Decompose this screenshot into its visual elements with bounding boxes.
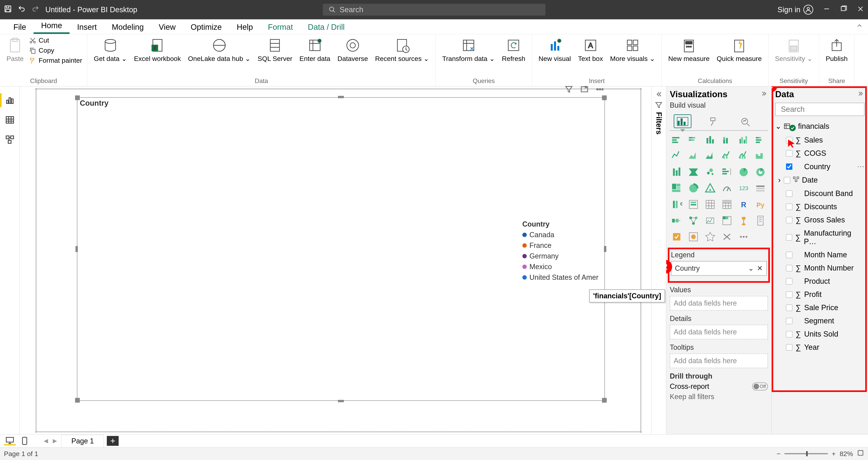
text-box-button[interactable]: AText box: [577, 36, 604, 63]
cross-report-toggle[interactable]: Off: [752, 382, 768, 391]
publish-button[interactable]: Publish: [824, 36, 849, 63]
new-visual-button[interactable]: +New visual: [537, 36, 572, 63]
viz-type-26[interactable]: [703, 198, 717, 211]
field-product[interactable]: Product: [775, 275, 864, 288]
viz-type-17[interactable]: [753, 165, 767, 179]
search-box[interactable]: Search: [323, 4, 546, 16]
viz-type-13[interactable]: [686, 165, 700, 179]
viz-type-32[interactable]: [703, 214, 717, 228]
viz-type-19[interactable]: [686, 181, 700, 195]
viz-type-6[interactable]: [670, 149, 684, 163]
resize-handle[interactable]: [75, 398, 80, 403]
onelake-button[interactable]: OneLake data hub ⌄: [186, 36, 252, 63]
viz-type-22[interactable]: 123: [737, 181, 750, 195]
desktop-layout-button[interactable]: [4, 436, 16, 445]
field-checkbox[interactable]: [786, 191, 792, 197]
viz-type-5[interactable]: [753, 133, 767, 147]
visual-more-icon[interactable]: [596, 85, 604, 95]
resize-handle[interactable]: [338, 400, 344, 402]
refresh-button[interactable]: Refresh: [500, 36, 527, 63]
prev-page-icon[interactable]: ◄: [42, 437, 50, 445]
viz-type-29[interactable]: Py: [753, 198, 767, 211]
sign-in-button[interactable]: Sign in: [778, 5, 813, 15]
copy-button[interactable]: Copy: [29, 47, 82, 54]
table-view-button[interactable]: [0, 110, 20, 130]
field-checkbox[interactable]: [786, 278, 792, 285]
details-well[interactable]: Add data fields here: [670, 325, 768, 339]
field-more-icon[interactable]: ⋯: [857, 162, 864, 171]
viz-type-14[interactable]: [703, 165, 717, 179]
new-measure-button[interactable]: New measure: [666, 36, 711, 63]
resize-handle[interactable]: [602, 398, 607, 403]
viz-type-20[interactable]: ▲: [703, 181, 717, 195]
field-checkbox[interactable]: [786, 331, 792, 337]
filters-icon[interactable]: [655, 101, 663, 111]
field-gross-sales[interactable]: ∑Gross Sales: [775, 213, 864, 227]
field-units-sold[interactable]: ∑Units Sold: [775, 327, 864, 341]
tab-help[interactable]: Help: [229, 19, 260, 34]
chevron-down-icon[interactable]: ⌄: [775, 122, 781, 131]
undo-icon[interactable]: [18, 5, 26, 15]
viz-type-21[interactable]: [720, 181, 734, 195]
viz-type-18[interactable]: [670, 181, 684, 195]
field-checkbox[interactable]: [786, 164, 792, 170]
minimize-icon[interactable]: [823, 5, 830, 14]
zoom-out-icon[interactable]: −: [777, 450, 780, 458]
viz-type-30[interactable]: [670, 214, 684, 228]
viz-type-3[interactable]: [720, 133, 734, 147]
viz-type-12[interactable]: [670, 165, 684, 179]
close-icon[interactable]: [857, 5, 864, 14]
transform-data-button[interactable]: Transform data ⌄: [441, 36, 496, 63]
field-manufacturing-p-[interactable]: ∑Manufacturing P…: [775, 227, 864, 248]
viz-type-0[interactable]: [670, 133, 684, 147]
ribbon-collapse-icon[interactable]: [851, 19, 868, 34]
quick-measure-button[interactable]: Quick measure: [715, 36, 763, 63]
analytics-tab[interactable]: [737, 114, 754, 128]
paste-button[interactable]: Paste: [5, 36, 25, 63]
field-month-number[interactable]: ∑Month Number: [775, 261, 864, 275]
cut-button[interactable]: Cut: [29, 36, 82, 44]
data-search-input[interactable]: [781, 105, 868, 114]
pane-expand-icon[interactable]: [857, 89, 864, 99]
viz-type-35[interactable]: [753, 214, 767, 228]
viz-type-34[interactable]: [737, 214, 750, 228]
excel-button[interactable]: XExcel workbook: [132, 36, 183, 63]
tab-file[interactable]: File: [6, 19, 33, 34]
viz-type-36[interactable]: [670, 230, 684, 244]
field-segment[interactable]: Segment: [775, 314, 864, 327]
legend-field[interactable]: Country ⌄ ✕: [671, 261, 767, 276]
viz-type-40[interactable]: [737, 230, 750, 244]
dataverse-button[interactable]: Dataverse: [336, 36, 370, 63]
viz-type-37[interactable]: [686, 230, 700, 244]
viz-type-9[interactable]: [720, 149, 734, 163]
field-checkbox[interactable]: [786, 344, 792, 351]
table-financials[interactable]: ⌄ financials: [775, 119, 864, 134]
filters-expand-icon[interactable]: [655, 90, 663, 100]
tab-modeling[interactable]: Modeling: [104, 19, 151, 34]
visual-container[interactable]: Country Country CanadaFranceGermanyMexic…: [77, 97, 605, 401]
viz-type-25[interactable]: [686, 198, 700, 211]
field-date[interactable]: ›Date: [775, 173, 864, 187]
field-checkbox[interactable]: [786, 150, 792, 156]
viz-type-7[interactable]: [686, 149, 700, 163]
field-checkbox[interactable]: [786, 252, 792, 258]
pane-expand-icon[interactable]: [761, 89, 768, 99]
add-page-button[interactable]: +: [107, 436, 119, 446]
field-year[interactable]: ∑Year: [775, 341, 864, 354]
viz-type-39[interactable]: [720, 230, 734, 244]
maximize-icon[interactable]: [840, 5, 847, 14]
viz-type-4[interactable]: [737, 133, 750, 147]
resize-handle[interactable]: [75, 246, 78, 252]
mobile-layout-button[interactable]: [19, 436, 31, 445]
viz-type-33[interactable]: [720, 214, 734, 228]
format-tab[interactable]: [705, 114, 723, 128]
remove-field-icon[interactable]: ✕: [757, 264, 763, 272]
viz-type-2[interactable]: [703, 133, 717, 147]
tab-data-drill[interactable]: Data / Drill: [300, 19, 352, 34]
viz-type-27[interactable]: [720, 198, 734, 211]
field-profit[interactable]: ∑Profit: [775, 288, 864, 301]
viz-type-16[interactable]: [737, 165, 750, 179]
format-painter-button[interactable]: Format painter: [29, 57, 82, 64]
viz-type-31[interactable]: [686, 214, 700, 228]
tab-insert[interactable]: Insert: [69, 19, 104, 34]
